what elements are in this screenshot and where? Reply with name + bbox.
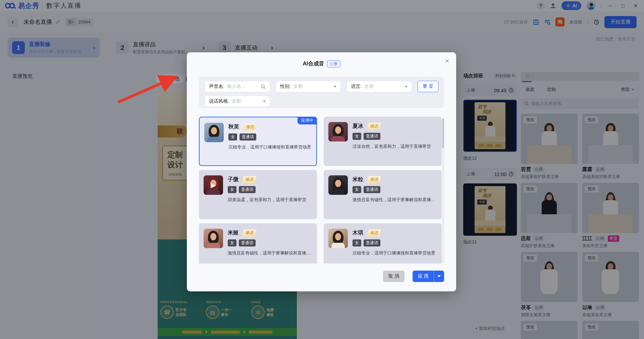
scrollbar-track[interactable] [442, 117, 444, 263]
voice-avatar [204, 123, 224, 142]
voice-list: 应用中 秋芙 臻选 女 普通话 沉稳专业，适用于口播播报和直播带货场景 [199, 117, 444, 264]
apply-split-button: 应 用 [413, 271, 444, 282]
premium-badge: 臻选 [242, 176, 257, 183]
premium-badge: 臻选 [243, 123, 257, 130]
ai-voice-modal: ✕ AI合成音 公测 声音名: 输入名... 性别: [187, 52, 456, 291]
voice-avatar [204, 229, 223, 248]
scrollbar-thumb[interactable] [442, 119, 444, 148]
chevron-down-icon [263, 101, 266, 102]
voice-name-input[interactable]: 声音名: 输入名... [205, 81, 270, 92]
chevron-down-icon [334, 86, 336, 88]
voice-avatar [328, 122, 348, 142]
speaking-style-select[interactable]: 说话风格: 全部 [205, 96, 270, 107]
premium-badge: 臻选 [367, 229, 381, 236]
premium-badge: 臻选 [367, 176, 381, 183]
voice-card[interactable]: 应用中 秋芙 臻选 女 普通话 沉稳专业，适用于口播播报和直播带货场景 [199, 117, 317, 166]
play-icon[interactable]: ▶ [204, 175, 223, 195]
reset-button[interactable]: 重 置 [418, 81, 438, 92]
voice-avatar [328, 229, 348, 248]
voice-filterbox: 声音名: 输入名... 性别: 全部 语言: 全部 [199, 76, 444, 108]
modal-title: AI合成音 [303, 60, 324, 67]
apply-dropdown-button[interactable] [434, 271, 444, 282]
apply-button[interactable]: 应 用 [413, 271, 434, 282]
premium-badge: 臻选 [367, 123, 381, 130]
voice-avatar[interactable]: ▶ [204, 175, 223, 195]
cancel-button[interactable]: 取 消 [383, 271, 405, 282]
voice-card[interactable]: ▶ 子微 臻选 女 普通话 甜美温柔，富有亲和力，适用于直播带货 [199, 170, 317, 219]
voice-card[interactable]: 米娅 臻选 女 普通话 激情且富有磁性，适用于赛事解说和直播带货 [199, 223, 317, 264]
voice-avatar [328, 175, 348, 195]
language-select[interactable]: 语言: 全部 [346, 81, 412, 92]
gender-select[interactable]: 性别: 全部 [276, 81, 341, 92]
voice-card[interactable]: 木琪 臻选 女 普通话 沉稳专业，适用于口播播报和直播带货场景 [324, 223, 442, 264]
close-icon[interactable]: ✕ [445, 58, 449, 65]
search-icon[interactable] [261, 84, 266, 89]
chevron-down-icon [405, 86, 408, 88]
applied-badge: 应用中 [298, 117, 317, 124]
chevron-down-icon [437, 275, 441, 277]
premium-badge: 臻选 [242, 229, 257, 236]
voice-card[interactable]: 米粒 臻选 女 普通话 激情且富有磁性，适用于赛事解说和直播带货... [324, 170, 442, 219]
beta-badge: 公测 [327, 60, 340, 67]
voice-card[interactable]: 夏冰 臻选 女 普通话 活泼自然，富有亲和力，适用于直播带货 [324, 117, 442, 166]
app-window: 易企秀 数字人直播 ? AI ─ □ ✕ ‹ 未命名直播 [0, 0, 644, 339]
